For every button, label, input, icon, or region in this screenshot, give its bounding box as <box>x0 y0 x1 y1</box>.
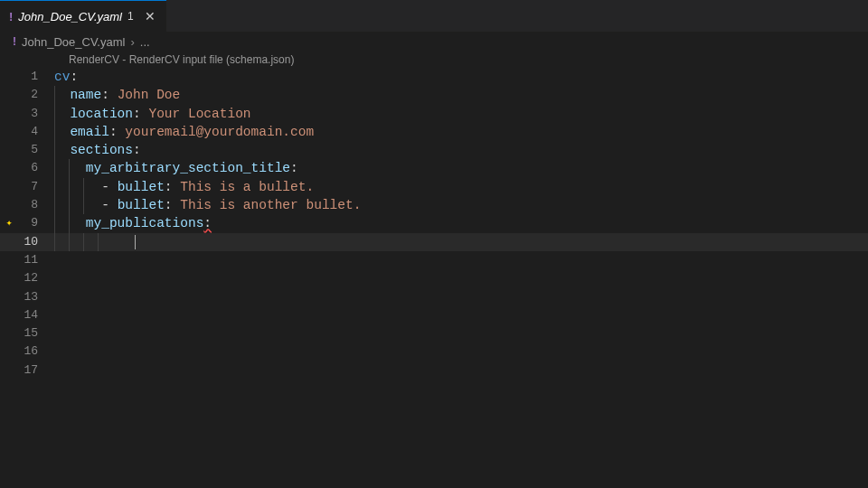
line-number: 1 <box>18 68 54 86</box>
line-number: 5 <box>18 141 54 159</box>
line-number: 11 <box>18 251 54 269</box>
line-number: 3 <box>18 105 54 123</box>
line-number: 12 <box>18 269 54 287</box>
line-number: 7 <box>18 178 54 196</box>
sparkle-icon[interactable]: ✦ <box>5 217 12 230</box>
line-number: 13 <box>18 288 54 306</box>
code-line[interactable]: 7 - bullet: This is a bullet. <box>0 178 868 196</box>
text-cursor <box>135 235 136 249</box>
codelens-hint[interactable]: RenderCV - RenderCV input file (schema.j… <box>0 52 868 68</box>
tab-bar: ! John_Doe_CV.yaml 1 ✕ <box>0 0 868 32</box>
line-number: 14 <box>18 306 54 324</box>
line-number: 10 <box>18 233 54 251</box>
chevron-right-icon: › <box>130 35 134 49</box>
gutter-glyph: ✦ <box>0 214 18 232</box>
code-line[interactable]: 13 <box>0 288 868 306</box>
code-line[interactable]: 16 <box>0 343 868 361</box>
code-line[interactable]: 3 location: Your Location <box>0 105 868 123</box>
tab-modified-indicator: 1 <box>127 10 134 23</box>
code-line[interactable]: 2 name: John Doe <box>0 86 868 104</box>
breadcrumb-more: ... <box>140 35 150 49</box>
breadcrumb-filename: John_Doe_CV.yaml <box>22 35 125 49</box>
line-number: 4 <box>18 123 54 141</box>
code-line[interactable]: 15 <box>0 324 868 343</box>
code-line[interactable]: 17 <box>0 361 868 380</box>
line-number: 16 <box>18 343 54 361</box>
code-line[interactable]: 4 email: youremail@yourdomain.com <box>0 123 868 141</box>
line-number: 2 <box>18 86 54 104</box>
close-icon[interactable]: ✕ <box>143 7 157 25</box>
code-line[interactable]: 10 <box>0 233 868 251</box>
line-number: 15 <box>18 324 54 343</box>
code-line[interactable]: 6 my_arbitrary_section_title: <box>0 159 868 177</box>
line-number: 17 <box>18 361 54 380</box>
line-number: 9 <box>18 214 54 232</box>
file-tab[interactable]: ! John_Doe_CV.yaml 1 ✕ <box>0 0 166 32</box>
line-number: 8 <box>18 196 54 214</box>
code-line[interactable]: 5 sections: <box>0 141 868 159</box>
code-line[interactable]: 11 <box>0 251 868 269</box>
code-line[interactable]: 14 <box>0 306 868 324</box>
code-line[interactable]: 12 <box>0 269 868 287</box>
yaml-file-icon: ! <box>13 35 16 48</box>
breadcrumb[interactable]: ! John_Doe_CV.yaml › ... <box>0 32 868 52</box>
code-line[interactable]: 8 - bullet: This is another bullet. <box>0 196 868 214</box>
line-number: 6 <box>18 159 54 177</box>
code-editor[interactable]: 1 cv: 2 name: John Doe 3 location: Your … <box>0 68 868 380</box>
code-line[interactable]: 1 cv: <box>0 68 868 86</box>
yaml-file-icon: ! <box>9 10 13 23</box>
code-line[interactable]: ✦ 9 my_publications: <box>0 214 868 232</box>
tab-filename: John_Doe_CV.yaml <box>18 10 122 23</box>
